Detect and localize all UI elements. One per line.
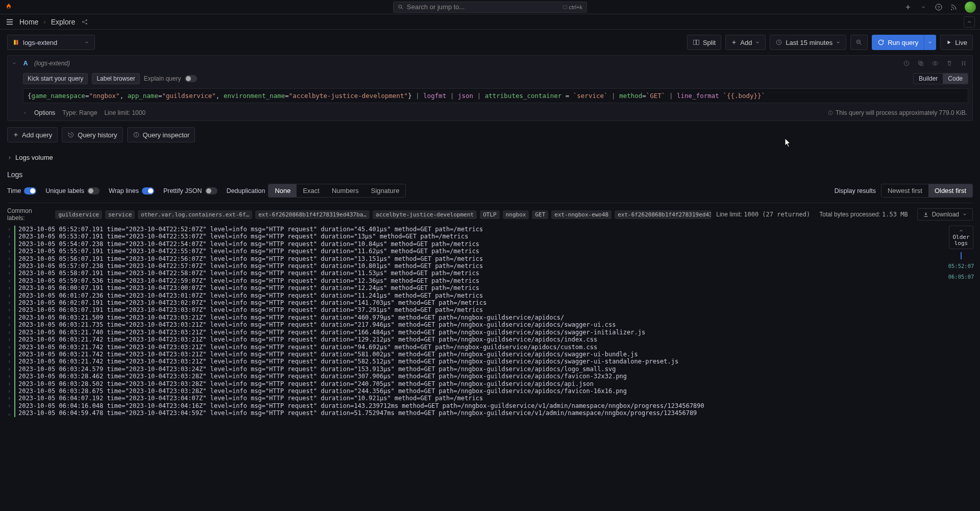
log-row[interactable]: ›2023-10-05 06:03:28.502 time="2023-10-0… xyxy=(7,380,942,387)
expand-log-icon[interactable]: › xyxy=(7,248,11,255)
kickstart-button[interactable]: Kick start your query xyxy=(23,73,88,84)
explain-toggle[interactable] xyxy=(185,75,197,82)
query-code-editor[interactable]: {game_namespace="nngbox", app_name="guil… xyxy=(23,88,968,103)
expand-log-icon[interactable]: › xyxy=(7,284,11,291)
timeline-tick[interactable]: 05:52:07 xyxy=(948,262,974,270)
expand-log-icon[interactable]: › xyxy=(7,299,11,306)
log-row[interactable]: ›2023-10-05 06:03:24.579 time="2023-10-0… xyxy=(7,366,942,373)
builder-tab[interactable]: Builder xyxy=(914,74,943,84)
share-icon[interactable] xyxy=(80,17,89,27)
log-row[interactable]: ⌄2023-10-05 06:04:59.478 time="2023-10-0… xyxy=(7,409,942,417)
user-avatar[interactable] xyxy=(965,2,976,13)
crumb-home[interactable]: Home xyxy=(19,18,38,26)
dedup-numbers[interactable]: Numbers xyxy=(326,184,365,197)
label-browser-button[interactable]: Label browser xyxy=(92,73,139,84)
news-icon[interactable] xyxy=(949,3,959,12)
common-label-chip[interactable]: other.var.log.containers.ext-6f… xyxy=(138,210,252,219)
query-letter[interactable]: A xyxy=(22,60,29,67)
expand-log-icon[interactable]: › xyxy=(7,240,11,248)
zoom-out-button[interactable] xyxy=(850,35,868,50)
expand-log-icon[interactable]: › xyxy=(7,366,11,373)
newest-first[interactable]: Newest first xyxy=(881,184,928,197)
add-icon[interactable] xyxy=(903,3,913,12)
log-row[interactable]: ›2023-10-05 06:03:21.742 time="2023-10-0… xyxy=(7,344,942,351)
expand-log-icon[interactable]: › xyxy=(7,292,11,299)
run-query-button[interactable]: Run query xyxy=(872,35,924,50)
options-label[interactable]: Options xyxy=(34,109,55,116)
split-button[interactable]: Split xyxy=(687,35,721,50)
common-label-chip[interactable]: OTLP xyxy=(480,210,500,219)
expand-log-icon[interactable]: › xyxy=(7,314,11,321)
grafana-logo[interactable] xyxy=(4,3,13,12)
log-row[interactable]: ›2023-10-05 06:03:28.462 time="2023-10-0… xyxy=(7,373,942,380)
common-label-chip[interactable]: GET xyxy=(532,210,548,219)
log-row[interactable]: ›2023-10-05 06:03:21.735 time="2023-10-0… xyxy=(7,321,942,328)
log-row[interactable]: ›2023-10-05 05:55:07.191 time="2023-10-0… xyxy=(7,248,942,255)
toggle-query-icon[interactable] xyxy=(930,59,940,68)
expand-log-icon[interactable]: › xyxy=(7,395,11,402)
common-label-chip[interactable]: guildservice xyxy=(55,210,102,219)
expand-log-icon[interactable]: › xyxy=(7,306,11,313)
query-history-button[interactable]: Query history xyxy=(62,127,122,142)
add-query-button[interactable]: Add query xyxy=(7,127,58,142)
global-search[interactable]: Search or jump to... ctrl+k xyxy=(393,2,587,13)
expand-log-icon[interactable]: › xyxy=(7,277,11,284)
older-logs-button[interactable]: Older logs xyxy=(949,226,973,249)
menu-toggle[interactable] xyxy=(5,17,14,27)
duplicate-query-icon[interactable] xyxy=(916,59,925,68)
expand-log-icon[interactable]: › xyxy=(7,351,11,358)
common-label-chip[interactable]: service xyxy=(105,210,135,219)
help-icon[interactable]: ? xyxy=(934,3,943,12)
expand-log-icon[interactable]: ⌄ xyxy=(7,409,11,417)
time-toggle[interactable] xyxy=(24,187,36,194)
log-row[interactable]: ›2023-10-05 05:58:07.191 time="2023-10-0… xyxy=(7,270,942,277)
download-button[interactable]: Download xyxy=(917,208,973,221)
expand-log-icon[interactable]: › xyxy=(7,358,11,365)
collapse-toolbar[interactable] xyxy=(964,16,975,28)
common-label-chip[interactable]: ext-6f2620868b1f4f278319ed437ba… xyxy=(615,210,711,219)
code-tab[interactable]: Code xyxy=(943,74,968,84)
drag-handle-icon[interactable] xyxy=(959,59,968,68)
dedup-none[interactable]: None xyxy=(268,184,297,197)
live-button[interactable]: Live xyxy=(940,35,973,50)
chevron-right-icon[interactable] xyxy=(23,111,27,115)
expand-log-icon[interactable]: › xyxy=(7,233,11,240)
expand-log-icon[interactable]: › xyxy=(7,387,11,395)
wrap-toggle[interactable] xyxy=(142,187,154,194)
log-row[interactable]: ›2023-10-05 06:02:07.191 time="2023-10-0… xyxy=(7,299,942,306)
log-row[interactable]: ›2023-10-05 06:01:07.236 time="2023-10-0… xyxy=(7,292,942,299)
expand-log-icon[interactable]: › xyxy=(7,262,11,270)
log-row[interactable]: ›2023-10-05 06:03:21.742 time="2023-10-0… xyxy=(7,358,942,365)
datasource-picker[interactable]: logs-extend xyxy=(7,35,95,50)
expand-log-icon[interactable]: › xyxy=(7,329,11,336)
expand-log-icon[interactable]: › xyxy=(7,336,11,343)
expand-log-icon[interactable]: › xyxy=(7,344,11,351)
chevron-down-icon[interactable] xyxy=(919,3,928,12)
log-row[interactable]: ›2023-10-05 05:54:07.238 time="2023-10-0… xyxy=(7,240,942,248)
common-label-chip[interactable]: nngbox xyxy=(503,210,529,219)
add-panel-button[interactable]: Add xyxy=(725,35,766,50)
dedup-exact[interactable]: Exact xyxy=(297,184,326,197)
query-help-icon[interactable]: ! xyxy=(902,59,911,68)
log-row[interactable]: ›2023-10-05 06:03:21.740 time="2023-10-0… xyxy=(7,329,942,336)
common-label-chip[interactable]: ext-6f2620868b1f4f278319ed437ba… xyxy=(255,210,370,219)
common-label-chip[interactable]: accelbyte-justice-development xyxy=(373,210,477,219)
query-inspector-button[interactable]: Query inspector xyxy=(127,127,195,142)
pretty-toggle[interactable] xyxy=(205,187,217,194)
log-row[interactable]: ›2023-10-05 05:56:07.191 time="2023-10-0… xyxy=(7,255,942,262)
log-row[interactable]: ›2023-10-05 06:00:07.191 time="2023-10-0… xyxy=(7,284,942,291)
log-row[interactable]: ›2023-10-05 06:03:21.742 time="2023-10-0… xyxy=(7,336,942,343)
log-row[interactable]: ›2023-10-05 06:04:07.192 time="2023-10-0… xyxy=(7,395,942,402)
unique-toggle[interactable] xyxy=(87,187,100,194)
common-label-chip[interactable]: ext-nngbox-ewo48 xyxy=(551,210,611,219)
timerange-picker[interactable]: Last 15 minutes xyxy=(770,35,846,50)
expand-log-icon[interactable]: › xyxy=(7,402,11,409)
log-row[interactable]: ›2023-10-05 05:53:07.191 time="2023-10-0… xyxy=(7,233,942,240)
run-query-options[interactable] xyxy=(924,35,936,50)
log-row[interactable]: ›2023-10-05 05:52:07.191 time="2023-10-0… xyxy=(7,226,942,233)
expand-log-icon[interactable]: › xyxy=(7,373,11,380)
log-row[interactable]: ›2023-10-05 05:57:07.238 time="2023-10-0… xyxy=(7,262,942,270)
crumb-explore[interactable]: Explore xyxy=(51,18,75,26)
timeline-tick[interactable]: 06:05:07 xyxy=(948,273,974,280)
log-row[interactable]: ›2023-10-05 06:03:21.509 time="2023-10-0… xyxy=(7,314,942,321)
